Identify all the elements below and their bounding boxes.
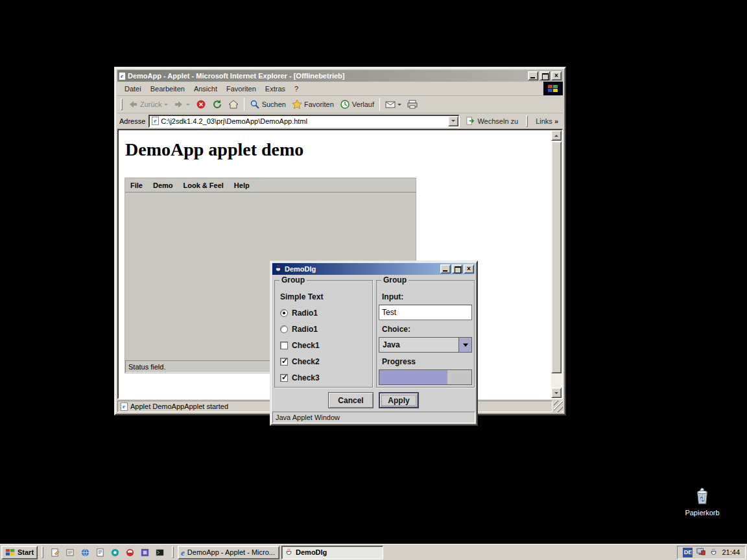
dialog-maximize-button[interactable] (452, 264, 462, 274)
language-indicator[interactable]: DE (683, 548, 693, 557)
dialog-minimize-button[interactable] (440, 264, 451, 274)
back-button[interactable]: Zurück (125, 98, 171, 111)
dialog-titlebar[interactable]: DemoDlg × (272, 263, 475, 275)
cancel-button[interactable]: Cancel (328, 392, 374, 408)
radio-option-2[interactable]: Radio1 (280, 324, 318, 334)
checkbox-option-1[interactable]: Check1 (280, 340, 320, 351)
radio-icon[interactable] (280, 309, 288, 317)
menu-hilfe[interactable]: ? (290, 84, 303, 94)
menu-datei[interactable]: Datei (120, 84, 146, 94)
checkbox-icon[interactable] (280, 358, 288, 366)
links-button[interactable]: Links » (533, 116, 561, 126)
input-label: Input: (382, 292, 403, 302)
ie-throbber-logo-icon (543, 82, 563, 95)
tray-display-icon[interactable] (696, 548, 706, 557)
scroll-up-button[interactable] (551, 130, 562, 141)
menu-bearbeiten[interactable]: Bearbeiten (146, 84, 189, 94)
dialog-title: DemoDlg (285, 265, 438, 273)
progress-label: Progress (382, 356, 416, 367)
toolbar-separator (244, 98, 244, 111)
history-button[interactable]: Verlauf (337, 98, 377, 111)
quicklaunch-icon-8[interactable] (154, 547, 165, 558)
quicklaunch-icon-4[interactable] (95, 547, 106, 558)
ie-titlebar[interactable]: DemoApp - Applet - Microsoft Internet Ex… (117, 70, 563, 82)
applet-menu-lookfeel[interactable]: Look & Feel (178, 180, 229, 191)
quicklaunch-icon-5[interactable] (110, 547, 121, 558)
taskbar-grip[interactable] (42, 546, 43, 558)
applet-menu-help[interactable]: Help (229, 180, 255, 191)
refresh-button[interactable] (209, 98, 225, 111)
go-button[interactable]: Wechseln zu (463, 115, 521, 127)
close-button[interactable]: × (551, 71, 562, 80)
scroll-track[interactable] (551, 141, 562, 388)
checkbox-option-2[interactable]: Check2 (280, 356, 320, 367)
start-button[interactable]: Start (1, 546, 38, 559)
task-button-demodlg[interactable]: DemoDlg (281, 546, 383, 559)
task-button-demoapp[interactable]: e DemoApp - Applet - Micro... (178, 546, 279, 559)
recycle-bin-icon[interactable]: Papierkorb (679, 486, 726, 517)
applet-menu-demo[interactable]: Demo (148, 180, 178, 191)
checkbox-option-3[interactable]: Check3 (280, 373, 320, 383)
quicklaunch-icon-3[interactable] (80, 547, 91, 558)
ie-addressbar: Adresse Wechseln zu Links » (117, 113, 563, 129)
applet-menu-file[interactable]: File (125, 180, 148, 191)
address-dropdown-button[interactable] (448, 116, 458, 126)
menu-extras[interactable]: Extras (261, 84, 290, 94)
scroll-thumb[interactable] (551, 141, 562, 373)
home-icon (228, 99, 239, 110)
system-tray: DE 21:44 (677, 546, 746, 559)
applet-menubar: File Demo Look & Feel Help (125, 178, 416, 192)
back-arrow-icon (128, 99, 138, 110)
quicklaunch-icon-6[interactable] (124, 547, 136, 558)
links-grip[interactable] (526, 115, 528, 127)
java-cup-icon (285, 548, 293, 557)
quicklaunch-icon-1[interactable] (50, 547, 61, 558)
taskbar-grip[interactable] (172, 546, 174, 558)
mail-button[interactable] (383, 98, 404, 111)
progress-bar (379, 369, 472, 385)
address-input[interactable] (161, 117, 446, 125)
home-button[interactable] (226, 98, 241, 111)
dialog-body: Group Simple Text Radio1 Radio1 Check1 C… (272, 275, 475, 423)
minimize-button[interactable] (528, 71, 538, 80)
radio-option-1[interactable]: Radio1 (280, 308, 318, 318)
radio-label: Radio1 (292, 325, 318, 334)
checkbox-label: Check3 (292, 373, 320, 382)
choice-combobox[interactable]: Java (379, 337, 472, 353)
print-button[interactable] (405, 98, 420, 111)
input-field[interactable] (379, 305, 472, 320)
scroll-down-button[interactable] (551, 388, 562, 398)
links-chevron-icon: » (554, 117, 558, 125)
taskbar: Start e DemoApp - Applet - Micro... Demo… (0, 544, 747, 560)
dialog-close-button[interactable]: × (464, 264, 474, 274)
history-clock-icon (340, 99, 350, 110)
taskbar-clock: 21:44 (722, 548, 740, 556)
quicklaunch-icon-2[interactable] (65, 547, 76, 558)
maximize-button[interactable] (540, 71, 550, 80)
vertical-scrollbar[interactable] (551, 130, 562, 398)
search-button[interactable]: Suchen (247, 98, 289, 111)
combobox-dropdown-button[interactable] (458, 338, 471, 352)
menu-ansicht[interactable]: Ansicht (189, 84, 222, 94)
group-right-label: Group (381, 275, 409, 285)
trash-can-icon (693, 486, 712, 506)
forward-arrow-icon (174, 99, 184, 110)
refresh-icon (212, 99, 222, 110)
tray-java-icon[interactable] (709, 548, 718, 557)
quicklaunch-icon-7[interactable] (139, 547, 150, 558)
ie-window-title: DemoApp - Applet - Microsoft Internet Ex… (128, 72, 526, 80)
checkbox-icon[interactable] (280, 342, 288, 349)
checkbox-label: Check1 (292, 341, 320, 350)
favorites-button[interactable]: Favoriten (289, 98, 337, 111)
radio-icon[interactable] (280, 325, 288, 333)
menu-favoriten[interactable]: Favoriten (222, 84, 261, 94)
stop-button[interactable] (193, 98, 209, 111)
windows-logo-icon (5, 548, 16, 557)
checkbox-icon[interactable] (280, 374, 288, 382)
resize-grip[interactable] (554, 401, 563, 412)
static-text-label: Simple Text (280, 292, 323, 302)
toolbar-grip[interactable] (121, 99, 123, 110)
print-icon (407, 99, 418, 110)
apply-button[interactable]: Apply (379, 392, 419, 408)
forward-button[interactable] (171, 98, 193, 111)
